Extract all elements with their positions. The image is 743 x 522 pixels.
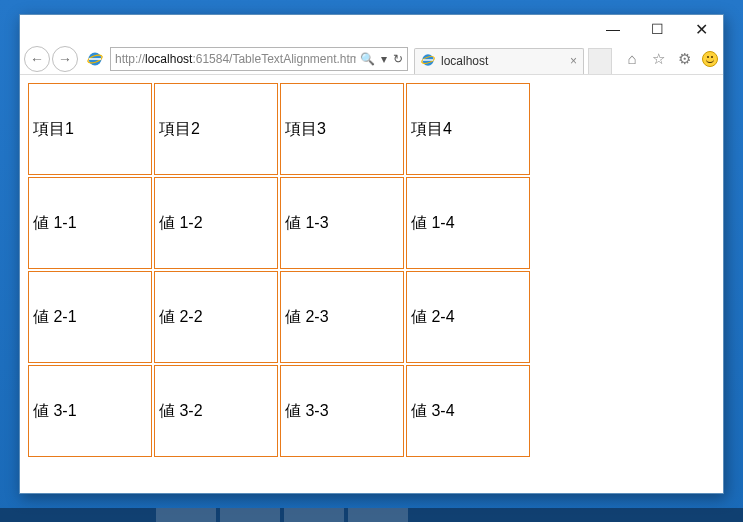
tab-title: localhost: [441, 54, 488, 68]
table-row: 値 2-1 値 2-2 値 2-3 値 2-4: [28, 271, 530, 363]
table-cell: 値 1-4: [406, 177, 530, 269]
table-row: 項目1 項目2 項目3 項目4: [28, 83, 530, 175]
table-cell: 値 3-4: [406, 365, 530, 457]
browser-window: — ☐ ✕ ← → http://localhost:61584/TableTe…: [19, 14, 724, 494]
table-cell: 値 2-1: [28, 271, 152, 363]
taskbar[interactable]: [0, 508, 743, 522]
new-tab-button[interactable]: [588, 48, 612, 74]
table-cell: 項目2: [154, 83, 278, 175]
ie-logo-icon: [421, 53, 435, 70]
tab-localhost[interactable]: localhost ×: [414, 48, 584, 74]
table-cell: 項目3: [280, 83, 404, 175]
svg-rect-5: [423, 59, 434, 60]
table-cell: 値 1-1: [28, 177, 152, 269]
table-cell: 項目1: [28, 83, 152, 175]
table-cell: 値 1-3: [280, 177, 404, 269]
search-icon[interactable]: 🔍: [360, 52, 375, 66]
demo-table: 項目1 項目2 項目3 項目4 値 1-1 値 1-2 値 1-3 値 1-4 …: [26, 81, 532, 459]
home-icon[interactable]: ⌂: [623, 50, 641, 68]
refresh-button[interactable]: ↻: [393, 52, 403, 66]
titlebar: — ☐ ✕: [20, 15, 723, 43]
toolbar-right: ⌂ ☆ ⚙: [623, 50, 719, 68]
toolbar: ← → http://localhost:61584/TableTextAlig…: [20, 43, 723, 75]
svg-rect-2: [89, 58, 101, 60]
forward-button[interactable]: →: [52, 46, 78, 72]
taskbar-item[interactable]: [284, 508, 344, 522]
minimize-button[interactable]: —: [591, 15, 635, 43]
table-cell: 値 2-3: [280, 271, 404, 363]
ie-logo-icon: [86, 50, 104, 68]
url-text: http://localhost:61584/TableTextAlignmen…: [115, 52, 356, 66]
taskbar-item[interactable]: [156, 508, 216, 522]
tab-close-button[interactable]: ×: [570, 54, 577, 68]
table-cell: 項目4: [406, 83, 530, 175]
address-bar[interactable]: http://localhost:61584/TableTextAlignmen…: [110, 47, 408, 71]
dropdown-icon[interactable]: ▾: [381, 52, 387, 66]
taskbar-item[interactable]: [220, 508, 280, 522]
close-button[interactable]: ✕: [679, 15, 723, 43]
arrow-right-icon: →: [58, 51, 72, 67]
table-row: 値 3-1 値 3-2 値 3-3 値 3-4: [28, 365, 530, 457]
maximize-button[interactable]: ☐: [635, 15, 679, 43]
back-button[interactable]: ←: [24, 46, 50, 72]
taskbar-item[interactable]: [348, 508, 408, 522]
page-content: 項目1 項目2 項目3 項目4 値 1-1 値 1-2 値 1-3 値 1-4 …: [20, 75, 723, 465]
table-row: 値 1-1 値 1-2 値 1-3 値 1-4: [28, 177, 530, 269]
table-cell: 値 3-3: [280, 365, 404, 457]
arrow-left-icon: ←: [30, 51, 44, 67]
favorites-icon[interactable]: ☆: [649, 50, 667, 68]
table-cell: 値 1-2: [154, 177, 278, 269]
table-cell: 値 2-2: [154, 271, 278, 363]
smiley-icon: [702, 51, 718, 67]
table-cell: 値 3-1: [28, 365, 152, 457]
settings-icon[interactable]: ⚙: [675, 50, 693, 68]
table-cell: 値 2-4: [406, 271, 530, 363]
table-cell: 値 3-2: [154, 365, 278, 457]
feedback-icon[interactable]: [701, 50, 719, 68]
